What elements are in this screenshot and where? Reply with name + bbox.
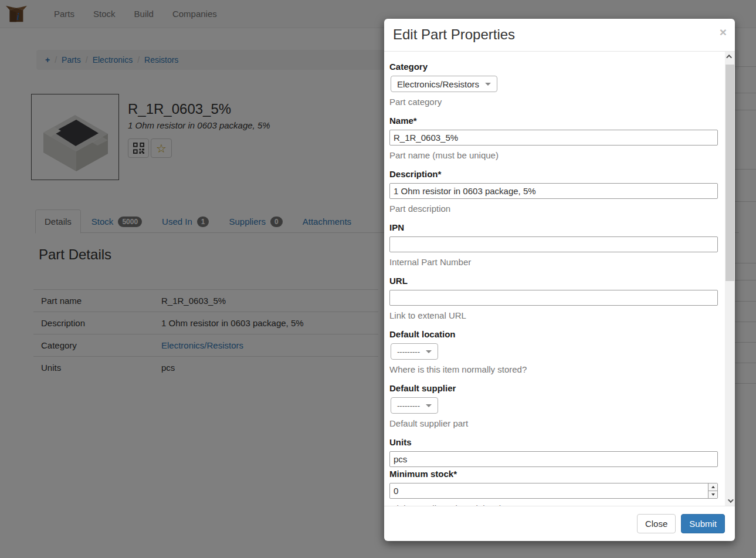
field-label: Minimum stock*	[389, 469, 718, 479]
scroll-down-button[interactable]	[725, 496, 735, 506]
minimum-stock-input[interactable]	[389, 483, 718, 499]
field-category: Category Electronics/Resistors Part cate…	[389, 62, 718, 107]
screen: i Parts Stock Build Companies + / Parts …	[0, 0, 756, 558]
modal-body: Category Electronics/Resistors Part cate…	[384, 52, 735, 506]
field-help: Link to extenal URL	[389, 310, 718, 320]
modal-scrollbar[interactable]	[725, 52, 735, 506]
field-label: Units	[389, 437, 718, 447]
edit-part-modal: Edit Part Properties × Category Electron…	[384, 19, 735, 541]
arrow-down-icon	[711, 493, 715, 496]
field-help: Minimum allowed stock level	[389, 503, 718, 506]
description-input[interactable]	[389, 183, 718, 199]
field-description: Description* Part description	[389, 169, 718, 214]
default-location-select[interactable]: ---------	[391, 343, 438, 360]
arrow-up-icon	[711, 486, 715, 488]
spinner-up-button[interactable]	[708, 483, 717, 491]
select-value: ---------	[397, 347, 420, 356]
url-input[interactable]	[389, 290, 718, 306]
field-url: URL Link to extenal URL	[389, 276, 718, 320]
spinner-down-button[interactable]	[708, 491, 717, 498]
field-minimum-stock: Minimum stock* Minimum allowed stock lev…	[389, 469, 718, 506]
field-label: Default location	[389, 329, 718, 339]
field-help: Part category	[389, 97, 718, 107]
field-label: Default supplier	[389, 383, 718, 393]
field-name: Name* Part name (must be unique)	[389, 116, 718, 160]
default-supplier-select[interactable]: ---------	[391, 397, 438, 414]
field-default-location: Default location --------- Where is this…	[389, 329, 718, 374]
select-value: ---------	[397, 401, 420, 410]
modal-footer: Close Submit	[384, 506, 735, 541]
chevron-up-icon	[726, 55, 732, 60]
field-default-supplier: Default supplier --------- Default suppl…	[389, 383, 718, 428]
ipn-input[interactable]	[389, 236, 718, 252]
number-spinner	[708, 483, 717, 498]
scroll-up-button[interactable]	[725, 52, 735, 62]
field-label: IPN	[389, 222, 718, 232]
field-help: Where is this item normally stored?	[389, 364, 718, 374]
submit-button[interactable]: Submit	[681, 514, 725, 533]
field-label: Description*	[389, 169, 718, 179]
field-label: URL	[389, 276, 718, 286]
modal-title: Edit Part Properties	[393, 26, 726, 43]
select-value: Electronics/Resistors	[397, 79, 479, 89]
close-button[interactable]: Close	[637, 514, 676, 533]
close-icon[interactable]: ×	[720, 26, 727, 38]
chevron-down-icon	[426, 404, 432, 407]
scrollbar-thumb[interactable]	[726, 65, 734, 281]
category-select[interactable]: Electronics/Resistors	[391, 76, 497, 92]
name-input[interactable]	[389, 130, 718, 146]
modal-header: Edit Part Properties ×	[384, 19, 735, 52]
field-ipn: IPN Internal Part Number	[389, 222, 718, 267]
chevron-down-icon	[728, 497, 734, 503]
chevron-down-icon	[485, 83, 491, 86]
field-label: Name*	[389, 116, 718, 126]
field-help: Default supplier part	[389, 418, 718, 428]
field-help: Part description	[389, 204, 718, 214]
units-input[interactable]	[389, 451, 718, 467]
field-label: Category	[389, 62, 718, 72]
field-help: Internal Part Number	[389, 257, 718, 267]
field-help: Part name (must be unique)	[389, 150, 718, 160]
chevron-down-icon	[426, 350, 432, 353]
field-units: Units	[389, 437, 718, 467]
